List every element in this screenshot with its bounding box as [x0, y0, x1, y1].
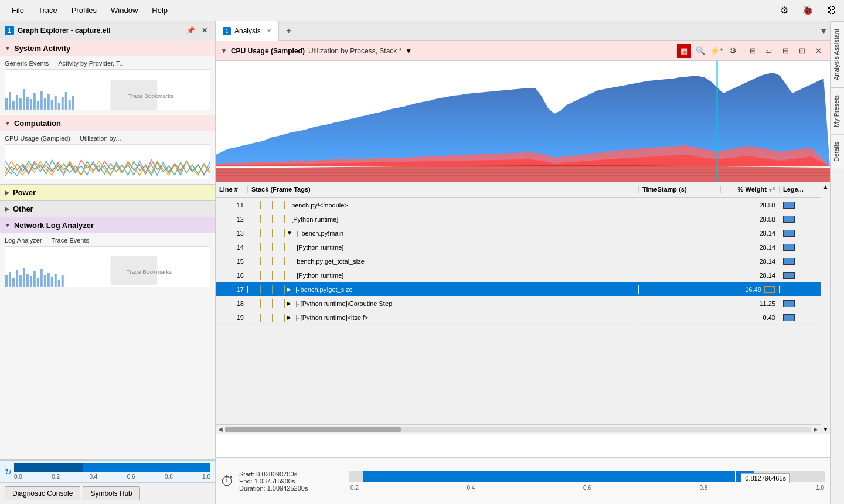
- svg-rect-11: [44, 98, 46, 110]
- timeline-track-wrapper: 0.0 0.2 0.4 0.6 0.8 1.0: [14, 463, 210, 480]
- debug-icon[interactable]: 🐞: [799, 2, 816, 19]
- analysis-tab[interactable]: 1 Analysis ✕: [216, 21, 279, 41]
- tab-add-button[interactable]: +: [279, 21, 299, 41]
- network-header[interactable]: ▼ Network Log Analyzer: [0, 217, 215, 233]
- chart-split-icon[interactable]: ⊟: [778, 44, 792, 58]
- tab-label: Analysis: [234, 27, 261, 35]
- chart-expand-icon[interactable]: ▱: [762, 44, 776, 58]
- chart-collapse-btn[interactable]: ▼: [220, 47, 227, 55]
- table-row[interactable]: 15 bench.py!get_total_size 28.14: [216, 254, 821, 268]
- remote-icon[interactable]: ⛓: [823, 2, 839, 19]
- table-row[interactable]: 19 ▶ |- [Python runtime]<itself> 0.40: [216, 311, 821, 325]
- table-row[interactable]: 16 [Python runtime] 28.14: [216, 268, 821, 282]
- table-row-selected[interactable]: 17 ▶ |- bench.py!get_size 16.49: [216, 282, 821, 297]
- tl-0: 0.0: [14, 474, 22, 480]
- scrollbar-down-btn[interactable]: ▼: [821, 424, 831, 434]
- scrollbar-up-btn[interactable]: ▲: [821, 182, 831, 191]
- other-expand-icon: ▶: [5, 206, 9, 212]
- col-weight-header[interactable]: % Weight ▼0: [721, 186, 780, 193]
- ruler-04: 0.4: [467, 485, 475, 491]
- cell-stack: [Python runtime]: [248, 215, 639, 223]
- sa-label2: Activity by Provider, T...: [58, 60, 125, 67]
- chart-toolbar-right: ▦ 🔍 ⚡* ⚙ ⊞ ▱ ⊟ ⊡ ✕: [677, 44, 825, 58]
- comp-expand-icon: ▼: [5, 120, 11, 127]
- footer-track-ruler: 0.2 0.4 0.6 0.8 1.0: [349, 485, 825, 491]
- chart-close-icon[interactable]: ✕: [811, 44, 825, 58]
- diagnostic-console-button[interactable]: Diagnostic Console: [5, 486, 80, 500]
- menu-file[interactable]: File: [5, 2, 31, 18]
- graph-explorer-header: 1 Graph Explorer - capture.etl 📌 ✕: [0, 21, 215, 40]
- svg-rect-37: [58, 280, 60, 287]
- power-group: ▶ Power: [0, 185, 215, 201]
- details-tab[interactable]: Details: [831, 134, 844, 169]
- cell-line: 16: [216, 272, 248, 279]
- table-row[interactable]: 12 [Python runtime] 28.58: [216, 212, 821, 226]
- main-right: 1 Analysis ✕ + ▼ ▼ CPU Usage (Sampled) U…: [216, 21, 844, 504]
- ge-pin-icon[interactable]: 📌: [185, 25, 196, 36]
- indent: [251, 216, 258, 223]
- svg-rect-14: [55, 96, 57, 110]
- indent: [263, 286, 270, 293]
- chart-settings-icon[interactable]: ⚙: [726, 44, 740, 58]
- svg-rect-23: [9, 272, 11, 287]
- chart-dropdown-icon[interactable]: ▼: [405, 47, 412, 55]
- menu-profiles[interactable]: Profiles: [64, 2, 104, 18]
- footer-end: End: 1.037515900s: [239, 478, 345, 485]
- chart-toolbar-left: ▼ CPU Usage (Sampled) Utilization by Pro…: [220, 47, 412, 55]
- indent: [275, 244, 282, 251]
- ge-title: Graph Explorer - capture.etl: [18, 26, 181, 35]
- horiz-scroll-thumb[interactable]: [225, 427, 401, 432]
- symbols-hub-button[interactable]: Symbols Hub: [83, 486, 139, 500]
- tl-04: 0.4: [89, 474, 97, 480]
- menu-trace[interactable]: Trace: [31, 2, 64, 18]
- network-expand-icon: ▼: [5, 222, 11, 229]
- expand-icon[interactable]: ▶: [287, 286, 291, 292]
- tab-close-icon[interactable]: ✕: [267, 28, 271, 34]
- chart-filter-icon[interactable]: ⚡*: [710, 44, 724, 58]
- table-row[interactable]: 11 bench.py!<module> 28.58: [216, 198, 821, 212]
- system-activity-group: ▼ System Activity Generic Events Activit…: [0, 40, 215, 115]
- chart-search-icon[interactable]: 🔍: [693, 44, 707, 58]
- svg-rect-5: [23, 89, 25, 110]
- table-row[interactable]: 18 ▶ |- [Python runtime]\Coroutine Step …: [216, 297, 821, 311]
- expand-icon[interactable]: ▼: [287, 230, 292, 236]
- vbar: [272, 215, 273, 223]
- power-header[interactable]: ▶ Power: [0, 185, 215, 200]
- horiz-scroll-left-btn[interactable]: ◀: [218, 426, 223, 433]
- indent: [263, 230, 270, 237]
- sa-labels: Generic Events Activity by Provider, T..…: [5, 59, 210, 69]
- indent: [263, 258, 270, 265]
- table-row[interactable]: 14 [Python runtime] 28.14: [216, 240, 821, 254]
- my-presets-tab[interactable]: My Presets: [831, 87, 844, 134]
- timeline-refresh-icon[interactable]: ↻: [5, 467, 12, 476]
- computation-header[interactable]: ▼ Computation: [0, 115, 215, 131]
- timeline-row: ↻ 0.0 0.2 0.4 0.6 0.8 1.0: [5, 463, 210, 480]
- expand-icon[interactable]: ▶: [287, 300, 291, 307]
- cell-weight: 28.14: [721, 244, 780, 251]
- comp-preview: [5, 144, 210, 179]
- side-tabs: Analysis Assistant My Presets Details: [830, 21, 844, 504]
- expand-icon[interactable]: ▶: [287, 314, 291, 321]
- chart-grid-icon[interactable]: ⊞: [746, 44, 760, 58]
- timeline-selection: [14, 463, 83, 472]
- menu-window[interactable]: Window: [104, 2, 145, 18]
- cell-stack: bench.py!<module>: [248, 201, 639, 209]
- tl-08: 0.8: [165, 474, 173, 480]
- chart-maximize-icon[interactable]: ⊡: [795, 44, 809, 58]
- system-activity-header[interactable]: ▼ System Activity: [0, 40, 215, 56]
- network-label: Network Log Analyzer: [14, 221, 94, 230]
- svg-rect-27: [23, 268, 25, 287]
- chart-histogram-icon[interactable]: ▦: [677, 44, 691, 58]
- horiz-scroll-right-btn[interactable]: ▶: [814, 426, 818, 433]
- settings-icon[interactable]: ⚙: [776, 2, 792, 19]
- analysis-assistant-tab[interactable]: Analysis Assistant: [831, 21, 844, 87]
- tabs-collapse-icon[interactable]: ▼: [819, 26, 828, 36]
- menu-help[interactable]: Help: [145, 2, 175, 18]
- svg-rect-8: [33, 93, 36, 110]
- indent: [251, 258, 258, 265]
- col-stack-header[interactable]: Stack (Frame Tags): [248, 186, 639, 193]
- table-row[interactable]: 13 ▼ |- bench.py!main 28.14: [216, 226, 821, 240]
- ge-close-icon[interactable]: ✕: [199, 25, 210, 36]
- cell-line: 11: [216, 202, 248, 209]
- other-header[interactable]: ▶ Other: [0, 201, 215, 217]
